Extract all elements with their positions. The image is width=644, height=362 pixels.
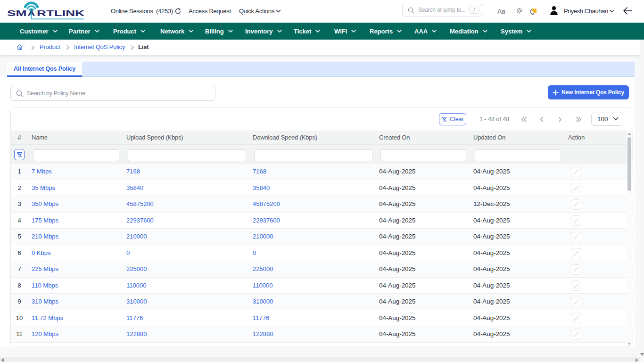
svg-text:RTLINK: RTLINK [37,9,85,17]
svg-text:SM: SM [7,9,27,17]
